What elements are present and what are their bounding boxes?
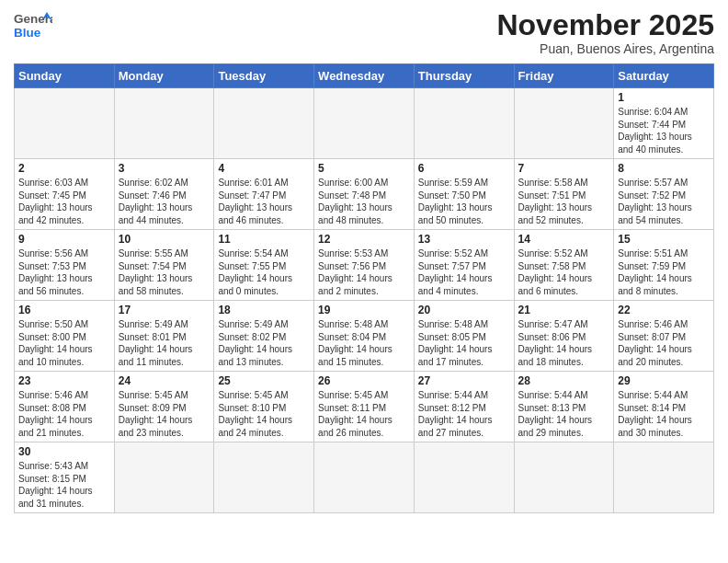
day-info: Sunrise: 6:00 AM Sunset: 7:48 PM Dayligh… [318,177,410,226]
day-info: Sunrise: 5:51 AM Sunset: 7:59 PM Dayligh… [618,247,710,297]
day-number: 2 [18,162,110,175]
day-cell [314,88,415,159]
month-title: November 2025 [496,9,714,41]
day-info: Sunrise: 5:49 AM Sunset: 8:01 PM Dayligh… [119,318,210,368]
day-cell [214,442,314,513]
day-info: Sunrise: 5:57 AM Sunset: 7:52 PM Dayligh… [618,177,710,226]
day-cell: 24Sunrise: 5:45 AM Sunset: 8:09 PM Dayli… [114,372,214,442]
calendar-header-row: SundayMondayTuesdayWednesdayThursdayFrid… [15,64,714,88]
day-cell: 8Sunrise: 5:57 AM Sunset: 7:52 PM Daylig… [614,159,714,230]
day-number: 25 [218,374,310,387]
day-cell: 26Sunrise: 5:45 AM Sunset: 8:11 PM Dayli… [314,372,415,442]
day-number: 22 [618,304,710,316]
day-cell: 20Sunrise: 5:48 AM Sunset: 8:05 PM Dayli… [414,301,514,372]
day-cell: 5Sunrise: 6:00 AM Sunset: 7:48 PM Daylig… [314,159,415,230]
day-info: Sunrise: 5:53 AM Sunset: 7:56 PM Dayligh… [318,247,410,297]
calendar-table: SundayMondayTuesdayWednesdayThursdayFrid… [14,63,714,513]
day-info: Sunrise: 5:50 AM Sunset: 8:00 PM Dayligh… [18,318,110,368]
day-cell: 16Sunrise: 5:50 AM Sunset: 8:00 PM Dayli… [15,301,115,372]
day-cell [414,88,514,159]
week-row-4: 16Sunrise: 5:50 AM Sunset: 8:00 PM Dayli… [15,301,714,372]
day-cell [514,88,614,159]
day-cell [514,442,614,513]
day-number: 19 [318,304,410,316]
week-row-6: 30Sunrise: 5:43 AM Sunset: 8:15 PM Dayli… [15,442,714,513]
subtitle: Puan, Buenos Aires, Argentina [496,41,714,56]
day-number: 5 [318,162,410,175]
day-info: Sunrise: 6:02 AM Sunset: 7:46 PM Dayligh… [119,177,210,226]
day-number: 13 [418,233,510,246]
day-info: Sunrise: 5:55 AM Sunset: 7:54 PM Dayligh… [119,247,210,297]
col-header-sunday: Sunday [15,64,115,88]
header: General Blue November 2025 Puan, Buenos … [14,9,714,56]
day-number: 26 [318,374,410,387]
day-cell [15,88,115,159]
day-info: Sunrise: 5:47 AM Sunset: 8:06 PM Dayligh… [518,318,610,368]
day-number: 10 [119,233,210,246]
day-info: Sunrise: 5:44 AM Sunset: 8:12 PM Dayligh… [418,389,510,439]
col-header-saturday: Saturday [614,64,714,88]
day-number: 24 [119,374,210,387]
day-info: Sunrise: 5:45 AM Sunset: 8:10 PM Dayligh… [218,389,310,439]
day-cell: 25Sunrise: 5:45 AM Sunset: 8:10 PM Dayli… [214,372,314,442]
day-info: Sunrise: 5:52 AM Sunset: 7:58 PM Dayligh… [518,247,610,297]
day-cell: 6Sunrise: 5:59 AM Sunset: 7:50 PM Daylig… [414,159,514,230]
day-info: Sunrise: 5:46 AM Sunset: 8:08 PM Dayligh… [18,389,110,439]
page: General Blue November 2025 Puan, Buenos … [0,0,728,527]
day-cell: 19Sunrise: 5:48 AM Sunset: 8:04 PM Dayli… [314,301,415,372]
day-cell: 3Sunrise: 6:02 AM Sunset: 7:46 PM Daylig… [114,159,214,230]
day-number: 23 [18,374,110,387]
week-row-1: 1Sunrise: 6:04 AM Sunset: 7:44 PM Daylig… [15,88,714,159]
day-number: 20 [418,304,510,316]
day-cell: 1Sunrise: 6:04 AM Sunset: 7:44 PM Daylig… [614,88,714,159]
day-number: 4 [218,162,310,175]
week-row-3: 9Sunrise: 5:56 AM Sunset: 7:53 PM Daylig… [15,230,714,301]
col-header-friday: Friday [514,64,614,88]
day-cell: 9Sunrise: 5:56 AM Sunset: 7:53 PM Daylig… [15,230,115,301]
day-number: 18 [218,304,310,316]
day-cell: 13Sunrise: 5:52 AM Sunset: 7:57 PM Dayli… [414,230,514,301]
day-cell: 29Sunrise: 5:44 AM Sunset: 8:14 PM Dayli… [614,372,714,442]
day-info: Sunrise: 5:54 AM Sunset: 7:55 PM Dayligh… [218,247,310,297]
day-cell: 15Sunrise: 5:51 AM Sunset: 7:59 PM Dayli… [614,230,714,301]
day-cell [114,88,214,159]
logo: General Blue [14,9,52,40]
week-row-5: 23Sunrise: 5:46 AM Sunset: 8:08 PM Dayli… [15,372,714,442]
day-number: 21 [518,304,610,316]
day-cell: 12Sunrise: 5:53 AM Sunset: 7:56 PM Dayli… [314,230,415,301]
day-cell: 10Sunrise: 5:55 AM Sunset: 7:54 PM Dayli… [114,230,214,301]
day-number: 3 [119,162,210,175]
day-cell [214,88,314,159]
day-cell: 11Sunrise: 5:54 AM Sunset: 7:55 PM Dayli… [214,230,314,301]
day-cell: 17Sunrise: 5:49 AM Sunset: 8:01 PM Dayli… [114,301,214,372]
day-info: Sunrise: 5:44 AM Sunset: 8:14 PM Dayligh… [618,389,710,439]
day-cell [114,442,214,513]
day-cell [614,442,714,513]
logo-svg: General Blue [14,9,52,40]
day-number: 29 [618,374,710,387]
day-info: Sunrise: 6:04 AM Sunset: 7:44 PM Dayligh… [618,106,710,155]
day-number: 14 [518,233,610,246]
day-info: Sunrise: 5:58 AM Sunset: 7:51 PM Dayligh… [518,177,610,226]
svg-text:Blue: Blue [14,26,41,40]
day-info: Sunrise: 6:01 AM Sunset: 7:47 PM Dayligh… [218,177,310,226]
day-number: 9 [18,233,110,246]
day-cell [414,442,514,513]
day-info: Sunrise: 5:45 AM Sunset: 8:09 PM Dayligh… [119,389,210,439]
col-header-thursday: Thursday [414,64,514,88]
day-cell: 27Sunrise: 5:44 AM Sunset: 8:12 PM Dayli… [414,372,514,442]
day-info: Sunrise: 5:43 AM Sunset: 8:15 PM Dayligh… [18,460,110,510]
day-number: 27 [418,374,510,387]
day-cell: 30Sunrise: 5:43 AM Sunset: 8:15 PM Dayli… [15,442,115,513]
col-header-tuesday: Tuesday [214,64,314,88]
day-number: 30 [18,445,110,458]
day-info: Sunrise: 6:03 AM Sunset: 7:45 PM Dayligh… [18,177,110,226]
day-number: 28 [518,374,610,387]
day-cell: 21Sunrise: 5:47 AM Sunset: 8:06 PM Dayli… [514,301,614,372]
title-block: November 2025 Puan, Buenos Aires, Argent… [496,9,714,56]
day-number: 6 [418,162,510,175]
day-cell: 18Sunrise: 5:49 AM Sunset: 8:02 PM Dayli… [214,301,314,372]
day-number: 8 [618,162,710,175]
day-cell [314,442,415,513]
day-number: 7 [518,162,610,175]
